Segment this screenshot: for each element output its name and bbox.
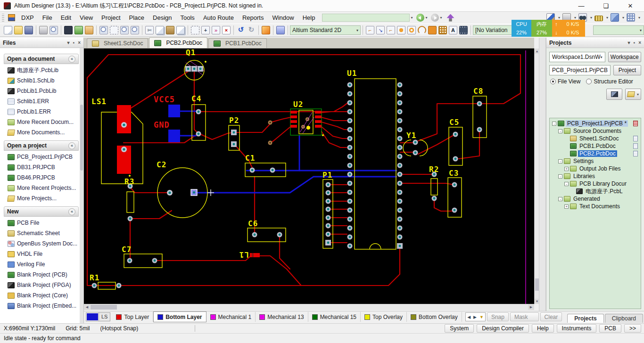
select-area-icon[interactable] (191, 26, 199, 34)
layers-right-icon[interactable]: ▶ (473, 315, 477, 319)
tree-item[interactable]: Sheet1.SchDoc (551, 135, 641, 142)
section-open-document[interactable]: Open a document « (4, 54, 79, 64)
project-button[interactable]: Project (613, 65, 641, 75)
tree-item[interactable]: - Libraries (551, 172, 641, 180)
component-u1[interactable]: U1 (347, 69, 403, 249)
tree-expander-icon[interactable]: - (558, 159, 562, 163)
net-label-vcc5[interactable]: VCC5 (154, 95, 180, 117)
place-pad-icon[interactable] (397, 26, 405, 34)
back-icon[interactable] (416, 14, 424, 22)
collapse-icon[interactable]: « (68, 56, 75, 63)
dxp-icon[interactable] (8, 14, 15, 21)
menu-item[interactable]: View (75, 13, 97, 23)
open-document-icon[interactable] (14, 26, 23, 34)
layer-bar-button[interactable]: Snap (487, 312, 509, 321)
measure-icon[interactable] (594, 16, 603, 21)
scroll-right-icon[interactable]: ▶ (528, 304, 534, 310)
layer-set-box[interactable]: LS (86, 312, 110, 321)
project-list-item[interactable]: DB31.PRJPCB (3, 162, 80, 172)
vscroll-thumb[interactable] (535, 278, 539, 291)
component-c8[interactable]: C8 (473, 87, 487, 138)
net-label-gnd[interactable]: GND (154, 120, 180, 142)
component-ls1[interactable]: LS1 (91, 97, 143, 184)
print-icon[interactable] (39, 26, 48, 34)
layer-tab[interactable]: Mechanical 15 (308, 312, 361, 322)
tree-item[interactable]: PCB2.PcbDoc (551, 150, 641, 157)
canvas-horizontal-scrollbar[interactable]: ◀ ▶ (84, 304, 534, 310)
compile-button[interactable] (606, 89, 622, 100)
place-via-icon[interactable] (407, 26, 416, 34)
layer-tab[interactable]: Bottom Overlay (407, 312, 462, 322)
new-list-item[interactable]: Verilog File (3, 259, 80, 270)
layers-left-icon[interactable]: ◀ (467, 315, 471, 319)
menu-item[interactable]: Project (97, 13, 124, 23)
project-list-item[interactable]: More Recent Projects... (3, 183, 80, 193)
project-field[interactable]: PCB_Project1.PrjPCB (549, 65, 611, 75)
place-string-icon[interactable] (449, 26, 457, 34)
layer-tab[interactable]: Top Overlay (361, 312, 407, 322)
panel-pin-icon[interactable]: ▪ (634, 40, 636, 45)
file-list-item[interactable]: Schlib1.ERR (3, 96, 80, 106)
menu-item[interactable]: Auto Route (199, 13, 238, 23)
board-shape-icon[interactable] (611, 13, 619, 22)
new-list-item[interactable]: Blank Project (Embed... (3, 301, 80, 311)
tree-item[interactable]: - Generated (551, 195, 641, 203)
layer-filter-icon[interactable]: ▼ (479, 315, 484, 319)
workspace-combo[interactable]: Workspace1.DsnW▾ (549, 52, 605, 62)
menu-item[interactable]: Design (149, 13, 176, 23)
layer-tab[interactable]: Mechanical 13 (256, 312, 308, 322)
section-open-project[interactable]: Open a project « (4, 140, 79, 151)
tree-item[interactable]: + Text Documents (551, 203, 641, 210)
file-list-item[interactable]: Schlib1.SchLib (3, 75, 80, 86)
component-r3[interactable]: R3 (124, 177, 134, 221)
copy-icon[interactable] (156, 26, 164, 34)
layer-tab[interactable]: Top Layer (112, 312, 153, 322)
browse-library-icon[interactable] (276, 26, 285, 34)
component-r1[interactable]: R1 (90, 273, 122, 289)
file-list-item[interactable]: More Recent Docum... (3, 117, 80, 127)
scroll-left-icon[interactable]: ◀ (84, 304, 90, 310)
layer-tab[interactable]: Bottom Layer (153, 311, 206, 322)
new-list-item[interactable]: Blank Project (PCB) (3, 270, 80, 280)
tree-item[interactable]: - Source Documents (551, 127, 641, 135)
new-document-icon[interactable] (4, 26, 12, 34)
forward-dropdown-icon[interactable]: ▾ (440, 16, 442, 20)
tree-item[interactable]: PCB1.PcbDoc (551, 142, 641, 150)
panel-pin-icon[interactable]: ▪ (73, 40, 75, 45)
layer-bar-button[interactable]: Clear (540, 312, 562, 321)
layer-tab[interactable]: Mechanical 1 (206, 312, 256, 322)
favorites-icon[interactable] (447, 14, 454, 22)
tree-expander-icon[interactable]: - (558, 174, 562, 179)
tree-item[interactable]: + Output Job Files (551, 165, 641, 172)
file-view-radio[interactable] (550, 79, 556, 84)
panel-dropdown-icon[interactable]: ▾ (628, 40, 630, 45)
file-list-item[interactable]: More Documents... (3, 127, 80, 138)
tree-expander-icon[interactable]: - (558, 129, 562, 133)
component-c7[interactable]: C7 (122, 245, 162, 268)
tree-item[interactable]: 电源座子.PcbL (551, 188, 641, 195)
cross-select-icon[interactable] (212, 26, 220, 34)
zoom-area-icon[interactable] (110, 26, 118, 34)
workspace-button[interactable]: Workspace (608, 52, 642, 62)
tree-expander-icon[interactable]: - (552, 122, 556, 126)
tree-expander-icon[interactable]: - (558, 197, 562, 201)
status-menu-button[interactable]: Instruments (557, 324, 597, 333)
panel-tab[interactable]: Projects (567, 314, 603, 323)
component-c3[interactable]: C3 (448, 169, 462, 217)
open-project-menu-button[interactable]: ▾ (625, 89, 641, 100)
tree-item[interactable]: - Settings (551, 157, 641, 165)
document-tab[interactable]: PCB1.PcbDoc (208, 38, 267, 48)
file-list-item[interactable]: 电源座子.PcbLib (3, 65, 80, 75)
menu-item[interactable]: Place (125, 13, 149, 23)
search-input[interactable] (322, 14, 410, 22)
clear-filter-icon[interactable] (222, 26, 231, 34)
print-preview-icon[interactable] (50, 26, 58, 34)
new-list-item[interactable]: PCB File (3, 218, 80, 228)
grid-combo[interactable]: ▾ (593, 25, 644, 35)
tree-item[interactable]: - PCB Library Docur (551, 180, 641, 188)
hscroll-thumb[interactable] (91, 305, 117, 310)
project-list-item[interactable]: More Projects... (3, 193, 80, 204)
back-dropdown-icon[interactable]: ▾ (425, 16, 427, 20)
redo-icon[interactable] (247, 26, 256, 34)
panel-close-icon[interactable]: × (78, 40, 81, 45)
